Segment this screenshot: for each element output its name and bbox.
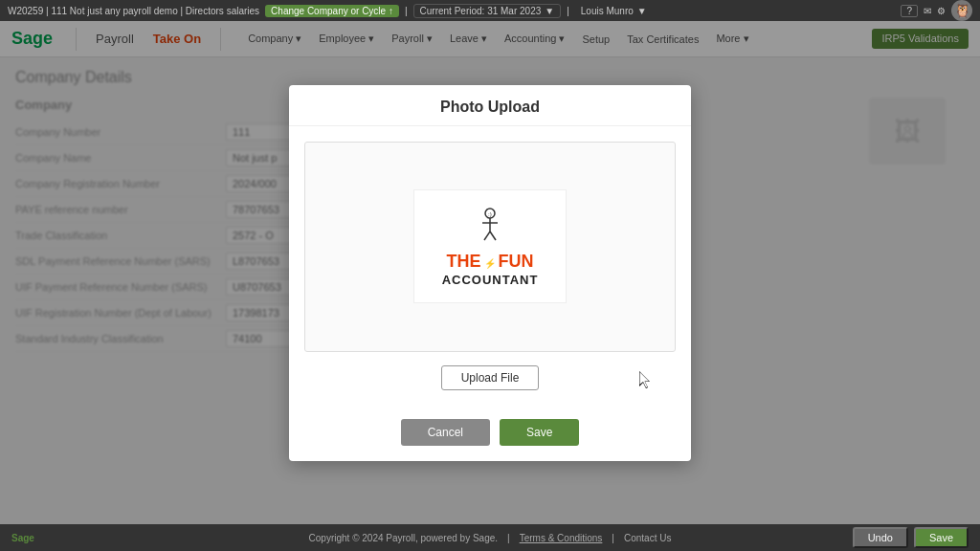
period-separator2: |	[567, 6, 569, 16]
user-label: Louis Munro	[581, 6, 634, 16]
user-menu[interactable]: Louis Munro ▼	[575, 5, 653, 17]
cancel-button[interactable]: Cancel	[401, 419, 490, 446]
footer-copyright: Copyright © 2024 Payroll, powered by Sag…	[309, 533, 498, 543]
help-btn[interactable]: ?	[901, 5, 918, 17]
undo-button[interactable]: Undo	[853, 527, 908, 548]
stickman-icon: :)	[471, 206, 509, 249]
svg-line-4	[484, 231, 490, 240]
logo-text-the-fun: THE ⚡ FUN	[447, 253, 534, 272]
footer: Sage Copyright © 2024 Payroll, powered b…	[0, 524, 980, 551]
upload-file-btn[interactable]: Upload File	[441, 365, 540, 390]
logo-fun: ⚡	[484, 258, 496, 269]
change-company-btn[interactable]: Change Company or Cycle ↑	[265, 5, 399, 17]
period-separator: |	[405, 6, 408, 16]
user-arrow-icon: ▼	[637, 6, 647, 16]
footer-buttons: Undo Save	[853, 527, 969, 548]
footer-contact[interactable]: Contact Us	[624, 533, 671, 543]
company-logo-preview: :) THE ⚡ FUN ACCOUNTANT	[413, 189, 567, 304]
footer-separator2: |	[612, 533, 614, 543]
session-info: W20259 | 111 Not just any payroll demo |…	[8, 6, 259, 16]
svg-text::): :)	[488, 211, 492, 217]
modal-footer: Cancel Save	[289, 419, 691, 461]
image-preview-area: :) THE ⚡ FUN ACCOUNTANT	[304, 142, 676, 352]
modal-body: :) THE ⚡ FUN ACCOUNTANT Up	[289, 126, 691, 419]
save-button[interactable]: Save	[500, 419, 579, 446]
logo-the: THE	[447, 253, 481, 272]
period-label: Current Period: 31 Mar 2023	[420, 6, 542, 16]
mail-icon[interactable]: ✉	[924, 6, 931, 16]
modal-title: Photo Upload	[440, 99, 540, 115]
stickman-svg: :)	[471, 206, 509, 244]
period-selector[interactable]: Current Period: 31 Mar 2023 ▼	[413, 4, 562, 18]
footer-save-button[interactable]: Save	[914, 527, 969, 548]
logo-fun-text: FUN	[499, 253, 534, 272]
modal-overlay: Photo Upload :)	[0, 21, 980, 524]
footer-separator: |	[507, 533, 510, 543]
top-bar: W20259 | 111 Not just any payroll demo |…	[0, 0, 980, 21]
settings-icon[interactable]: ⚙	[937, 6, 946, 16]
logo-accountant: ACCOUNTANT	[442, 273, 539, 287]
period-arrow-icon: ▼	[545, 6, 554, 16]
footer-sage-logo: Sage	[11, 533, 34, 543]
photo-upload-modal: Photo Upload :)	[289, 85, 691, 461]
footer-terms[interactable]: Terms & Conditions	[520, 533, 603, 543]
owl-icon: 🦉	[951, 0, 972, 21]
modal-header: Photo Upload	[289, 85, 691, 126]
svg-line-5	[490, 231, 496, 240]
